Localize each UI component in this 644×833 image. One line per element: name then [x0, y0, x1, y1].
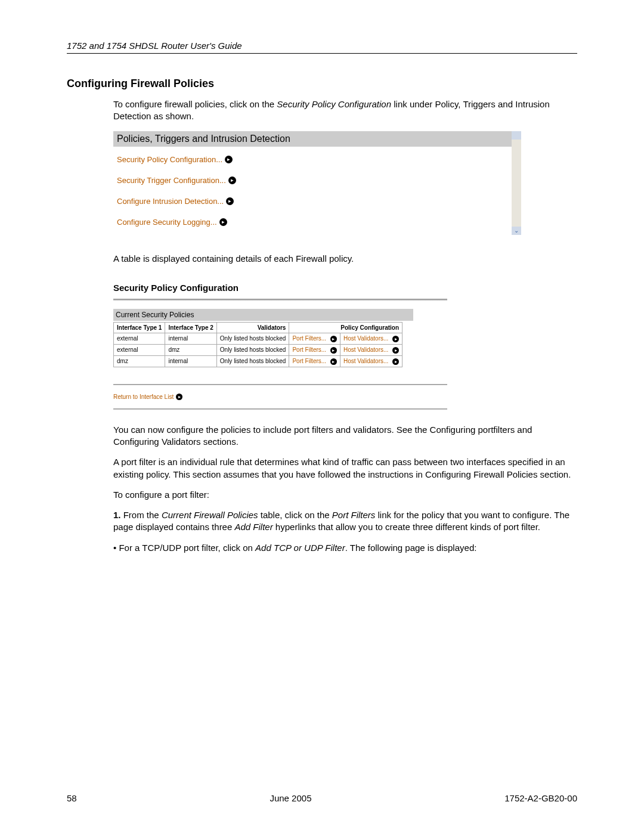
arrow-right-icon: ▸	[392, 336, 399, 342]
cell-validators: Only listed hosts blocked	[216, 333, 289, 344]
text: From the	[123, 510, 162, 520]
panel-title-bar: Policies, Triggers and Intrusion Detecti…	[113, 131, 514, 147]
text: • For a TCP/UDP port filter, click on	[113, 543, 255, 553]
cell-if1: external	[114, 344, 165, 355]
col-interface-type-1: Interface Type 1	[114, 322, 165, 333]
policies-panel-screenshot: ⌄ Policies, Triggers and Intrusion Detec…	[113, 131, 514, 235]
paragraph: To configure a port filter:	[113, 489, 571, 501]
arrow-right-icon: ▸	[219, 218, 227, 226]
emphasis: Current Firewall Policies	[162, 510, 258, 520]
doc-number: 1752-A2-GB20-00	[504, 793, 577, 803]
cell-host-validators: Host Validators... ▸	[340, 355, 402, 367]
cell-port-filters: Port Filters... ▸	[289, 355, 340, 367]
intro-prefix: To configure firewall policies, click on…	[113, 99, 277, 109]
cell-validators: Only listed hosts blocked	[216, 355, 289, 367]
paragraph: A port filter is an individual rule that…	[113, 456, 571, 481]
emphasis: Add Filter	[234, 522, 273, 532]
table-row: dmz internal Only listed hosts blocked P…	[114, 355, 402, 367]
text: hyperlinks that allow you to create thre…	[273, 522, 540, 532]
port-filters-link[interactable]: Port Filters... ▸	[292, 346, 336, 353]
link-label: Port Filters...	[292, 335, 326, 342]
arrow-right-icon: ▸	[226, 197, 234, 205]
table-row: external internal Only listed hosts bloc…	[114, 333, 402, 344]
col-policy-config: Policy Configuration	[289, 322, 402, 333]
col-validators: Validators	[216, 322, 289, 333]
return-to-interface-list-link[interactable]: Return to Interface List ▸	[113, 394, 447, 400]
link-label: Host Validators...	[343, 346, 388, 353]
link-label: Host Validators...	[343, 358, 388, 364]
link-label: Host Validators...	[343, 335, 388, 342]
arrow-right-icon: ▸	[330, 358, 337, 365]
arrow-right-icon: ▸	[392, 347, 399, 354]
table-row: external dmz Only listed hosts blocked P…	[114, 344, 402, 355]
cell-if2: dmz	[165, 344, 216, 355]
footer-date: June 2005	[270, 793, 311, 803]
policies-table: Interface Type 1 Interface Type 2 Valida…	[113, 322, 402, 367]
security-policy-config-link[interactable]: Security Policy Configuration... ▸	[117, 155, 510, 164]
cell-if2: internal	[165, 333, 216, 344]
after-panel-text: A table is displayed containing details …	[113, 253, 571, 265]
step-number: 1.	[113, 510, 123, 520]
cell-host-validators: Host Validators... ▸	[340, 333, 402, 344]
col-interface-type-2: Interface Type 2	[165, 322, 216, 333]
panel2-title: Security Policy Configuration	[113, 283, 447, 293]
page-footer: 58 June 2005 1752-A2-GB20-00	[67, 793, 577, 803]
arrow-right-icon: ▸	[176, 394, 182, 400]
arrow-right-icon: ▸	[225, 156, 233, 163]
paragraph: You can now configure the policies to in…	[113, 424, 571, 448]
scroll-up-icon[interactable]	[512, 131, 521, 140]
section-heading: Configuring Firewall Policies	[67, 78, 577, 90]
security-trigger-config-link[interactable]: Security Trigger Configuration... ▸	[117, 176, 510, 185]
cell-port-filters: Port Filters... ▸	[289, 344, 340, 355]
page-number: 58	[67, 793, 77, 803]
divider	[113, 384, 447, 385]
table-header-row: Interface Type 1 Interface Type 2 Valida…	[114, 322, 402, 333]
text: table, click on the	[258, 510, 332, 520]
divider	[113, 408, 447, 410]
cell-if2: internal	[165, 355, 216, 367]
cell-if1: dmz	[114, 355, 165, 367]
arrow-right-icon: ▸	[330, 336, 337, 342]
intro-paragraph: To configure firewall policies, click on…	[113, 98, 571, 123]
emphasis: Port Filters	[332, 510, 376, 520]
cell-port-filters: Port Filters... ▸	[289, 333, 340, 344]
panel2-subtitle: Current Security Policies	[113, 309, 413, 321]
intro-link-text: Security Policy Configuration	[277, 99, 391, 109]
link-label: Port Filters...	[292, 358, 326, 364]
port-filters-link[interactable]: Port Filters... ▸	[292, 335, 336, 342]
link-label: Configure Security Logging...	[117, 218, 217, 227]
bullet: • For a TCP/UDP port filter, click on Ad…	[113, 542, 571, 554]
host-validators-link[interactable]: Host Validators... ▸	[343, 358, 399, 364]
link-label: Security Trigger Configuration...	[117, 176, 226, 185]
link-label: Configure Intrusion Detection...	[117, 197, 224, 206]
link-label: Return to Interface List	[113, 394, 174, 400]
scroll-down-icon[interactable]: ⌄	[512, 227, 521, 235]
running-header: 1752 and 1754 SHDSL Router User's Guide	[67, 41, 577, 54]
step-1: 1. From the Current Firewall Policies ta…	[113, 509, 571, 534]
arrow-right-icon: ▸	[392, 358, 399, 365]
host-validators-link[interactable]: Host Validators... ▸	[343, 346, 399, 353]
arrow-right-icon: ▸	[228, 176, 236, 184]
cell-validators: Only listed hosts blocked	[216, 344, 289, 355]
link-label: Security Policy Configuration...	[117, 155, 222, 164]
security-logging-link[interactable]: Configure Security Logging... ▸	[117, 218, 510, 227]
host-validators-link[interactable]: Host Validators... ▸	[343, 335, 399, 342]
port-filters-link[interactable]: Port Filters... ▸	[292, 358, 336, 364]
arrow-right-icon: ▸	[330, 347, 337, 354]
scrollbar[interactable]: ⌄	[512, 131, 521, 235]
cell-if1: external	[114, 333, 165, 344]
security-policy-config-screenshot: Security Policy Configuration Current Se…	[113, 283, 447, 410]
text: . The following page is displayed:	[345, 543, 477, 553]
link-label: Port Filters...	[292, 346, 326, 353]
emphasis: Add TCP or UDP Filter	[255, 543, 345, 553]
cell-host-validators: Host Validators... ▸	[340, 344, 402, 355]
divider	[113, 299, 447, 301]
intrusion-detection-link[interactable]: Configure Intrusion Detection... ▸	[117, 197, 510, 206]
